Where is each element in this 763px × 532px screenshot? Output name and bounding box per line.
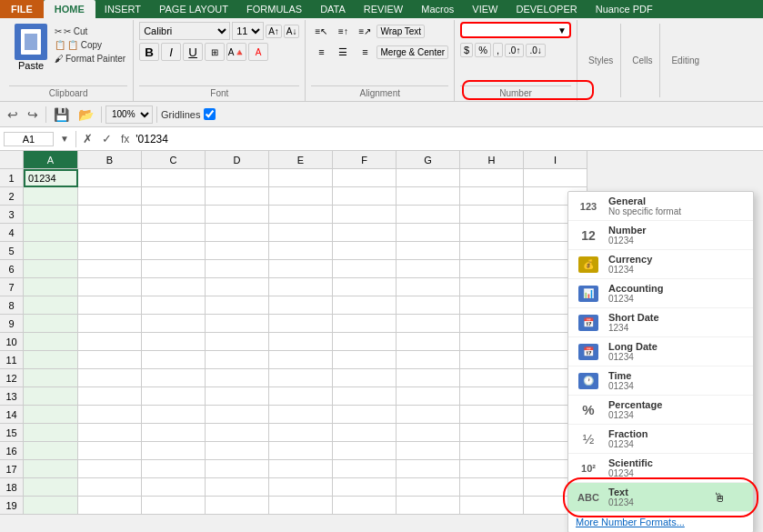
table-row[interactable] (24, 315, 78, 333)
table-row[interactable] (460, 296, 524, 315)
col-header-f[interactable]: F (333, 151, 397, 169)
formula-expand-icon[interactable]: ▼ (57, 133, 72, 145)
table-row[interactable] (333, 387, 397, 406)
table-row[interactable] (24, 406, 78, 424)
row-header-1[interactable]: 1 (0, 169, 24, 187)
col-header-i[interactable]: I (524, 151, 587, 169)
table-row[interactable] (206, 406, 269, 424)
table-row[interactable] (78, 224, 142, 242)
tab-pagelayout[interactable]: PAGE LAYOUT (150, 0, 237, 18)
align-right-button[interactable]: ≡ (355, 43, 375, 61)
col-header-a[interactable]: A (24, 151, 78, 169)
table-row[interactable] (206, 351, 269, 369)
tab-review[interactable]: REVIEW (355, 0, 412, 18)
col-header-g[interactable]: G (397, 151, 460, 169)
align-left-button[interactable]: ≡ (311, 43, 331, 61)
table-row[interactable] (269, 278, 333, 296)
format-item-currency[interactable]: 💰 Currency 01234 (568, 250, 753, 279)
table-row[interactable] (333, 260, 397, 278)
table-row[interactable] (78, 260, 142, 278)
number-format-dropdown-arrow[interactable]: ▼ (557, 25, 567, 35)
table-row[interactable] (24, 497, 78, 515)
table-row[interactable] (269, 351, 333, 369)
tab-insert[interactable]: INSERT (95, 0, 150, 18)
table-row[interactable] (460, 206, 524, 224)
table-row[interactable] (269, 460, 333, 478)
table-row[interactable] (24, 260, 78, 278)
table-row[interactable] (206, 478, 269, 497)
table-row[interactable] (142, 296, 206, 315)
table-row[interactable] (269, 296, 333, 315)
table-row[interactable] (78, 242, 142, 260)
row-header-3[interactable]: 3 (0, 206, 24, 224)
row-header-7[interactable]: 7 (0, 278, 24, 296)
format-item-number[interactable]: 12 Number 01234 (568, 221, 753, 250)
table-row[interactable] (397, 387, 460, 406)
table-row[interactable] (397, 278, 460, 296)
table-row[interactable]: 01234 (24, 169, 78, 187)
table-row[interactable] (206, 424, 269, 442)
table-row[interactable] (333, 296, 397, 315)
table-row[interactable] (269, 242, 333, 260)
table-row[interactable] (269, 478, 333, 497)
table-row[interactable] (142, 278, 206, 296)
table-row[interactable] (333, 460, 397, 478)
table-row[interactable] (78, 169, 142, 187)
table-row[interactable] (333, 187, 397, 206)
table-row[interactable] (397, 206, 460, 224)
table-row[interactable] (206, 260, 269, 278)
table-row[interactable] (78, 406, 142, 424)
comma-format-button[interactable]: , (493, 43, 503, 57)
file-tab[interactable]: FILE (0, 0, 44, 18)
table-row[interactable] (142, 387, 206, 406)
align-top-right-button[interactable]: ≡↗ (355, 22, 375, 40)
merge-center-button[interactable]: Merge & Center (376, 45, 448, 59)
cancel-formula-icon[interactable]: ✗ (80, 131, 95, 146)
table-row[interactable] (333, 206, 397, 224)
row-header-9[interactable]: 9 (0, 315, 24, 333)
format-item-percentage[interactable]: % Percentage 01234 (568, 396, 753, 425)
row-header-13[interactable]: 13 (0, 387, 24, 406)
number-format-input[interactable] (465, 25, 556, 35)
confirm-formula-icon[interactable]: ✓ (99, 131, 115, 146)
table-row[interactable] (333, 406, 397, 424)
align-top-left-button[interactable]: ≡↖ (311, 22, 331, 40)
accounting-format-button[interactable]: $ (460, 43, 473, 57)
table-row[interactable] (333, 369, 397, 387)
table-row[interactable] (460, 187, 524, 206)
table-row[interactable] (460, 169, 524, 187)
tab-view[interactable]: VIEW (463, 0, 507, 18)
table-row[interactable] (206, 224, 269, 242)
table-row[interactable] (524, 169, 587, 187)
col-header-b[interactable]: B (78, 151, 142, 169)
table-row[interactable] (460, 497, 524, 515)
row-header-19[interactable]: 19 (0, 497, 24, 515)
table-row[interactable] (78, 369, 142, 387)
table-row[interactable] (460, 224, 524, 242)
table-row[interactable] (24, 351, 78, 369)
col-header-c[interactable]: C (142, 151, 206, 169)
table-row[interactable] (333, 424, 397, 442)
table-row[interactable] (397, 296, 460, 315)
table-row[interactable] (78, 497, 142, 515)
align-center-button[interactable]: ☰ (333, 43, 353, 61)
tab-macros[interactable]: Macros (412, 0, 463, 18)
border-button[interactable]: ⊞ (205, 43, 225, 61)
table-row[interactable] (460, 424, 524, 442)
redo-button[interactable]: ↪ (24, 105, 42, 125)
table-row[interactable] (78, 387, 142, 406)
table-row[interactable] (397, 260, 460, 278)
bold-button[interactable]: B (139, 43, 159, 61)
col-header-h[interactable]: H (460, 151, 524, 169)
cell-reference-input[interactable] (4, 132, 54, 146)
table-row[interactable] (333, 315, 397, 333)
table-row[interactable] (333, 242, 397, 260)
row-header-15[interactable]: 15 (0, 424, 24, 442)
table-row[interactable] (78, 442, 142, 460)
fill-color-button[interactable]: A🔺 (226, 43, 246, 61)
decrease-decimal-button[interactable]: .0↓ (526, 44, 545, 57)
table-row[interactable] (333, 169, 397, 187)
table-row[interactable] (206, 187, 269, 206)
table-row[interactable] (142, 206, 206, 224)
format-item-short-date[interactable]: 📅 Short Date 1234 (568, 308, 753, 337)
